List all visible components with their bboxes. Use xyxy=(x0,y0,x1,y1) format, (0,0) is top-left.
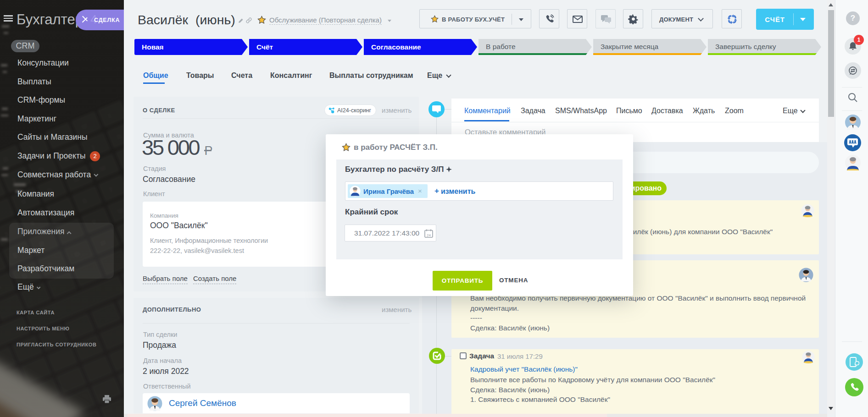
svg-text:24: 24 xyxy=(427,233,431,237)
